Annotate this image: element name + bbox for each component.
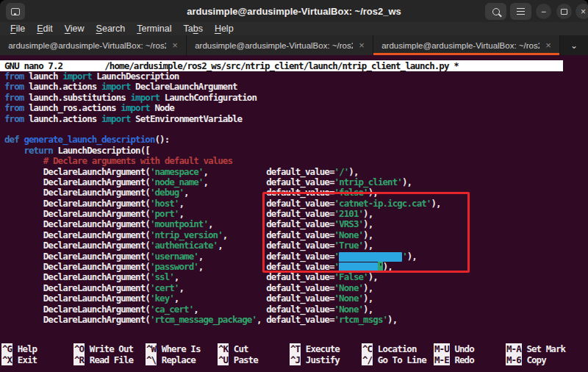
code-area[interactable]: from launch import LaunchDescriptionfrom… — [0, 71, 588, 344]
code-token: , default_value= — [218, 240, 334, 251]
code-token: launch.substitutions — [24, 92, 130, 103]
terminal-tab-1[interactable]: ardusimple@ardusimple-VirtualBox: ~/ros2… — [0, 35, 187, 55]
code-token: launch — [24, 71, 62, 82]
code-token: 'None' — [334, 282, 364, 293]
code-token: import — [62, 71, 92, 82]
code-token: , default_value= — [179, 282, 334, 293]
code-line: DeclareLaunchArgument('debug', default_v… — [4, 187, 588, 198]
shortcut-key: ^O — [74, 343, 85, 354]
code-line: DeclareLaunchArgument('host', default_va… — [4, 198, 588, 209]
code-token: ' — [334, 251, 340, 262]
menu-item-help[interactable]: Help — [209, 24, 240, 34]
code-token: return — [24, 145, 53, 156]
shortcut-key: M-A — [506, 343, 522, 354]
close-button[interactable]: × — [576, 4, 588, 19]
code-token: ' — [402, 251, 407, 262]
shortcut-read-file: ^R Read File — [74, 355, 146, 366]
code-token: , default_value= — [223, 229, 334, 240]
code-token: ), — [363, 208, 373, 219]
shortcut-key: ^C — [362, 343, 373, 354]
code-token: '/' — [334, 166, 349, 177]
menu-item-search[interactable]: Search — [90, 24, 132, 34]
code-token: , default_value= — [203, 176, 334, 187]
terminal-content[interactable]: GNU nano 7.2 /home/ardusimple/ros2_ws/sr… — [0, 55, 588, 372]
tab-bar: ardusimple@ardusimple-VirtualBox: ~/ros2… — [0, 35, 588, 55]
shortcut-key: ^J — [290, 354, 301, 365]
search-icon — [492, 8, 500, 15]
terminal-window: ardusimple@ardusimple-VirtualBox: ~/ros2… — [0, 0, 588, 372]
menu-item-file[interactable]: File — [4, 24, 31, 34]
tab-close-icon[interactable]: × — [545, 40, 551, 51]
menu-item-terminal[interactable]: Terminal — [131, 24, 177, 34]
menu-item-tabs[interactable]: Tabs — [177, 24, 208, 34]
code-token — [4, 155, 43, 166]
minimize-icon: − — [541, 7, 546, 16]
shortcut-location: ^C Location — [362, 344, 434, 355]
tab-close-icon[interactable]: × — [172, 40, 178, 51]
tab-label: ardusimple@ardusimple-VirtualBox: ~/ros2… — [195, 41, 353, 50]
code-line: DeclareLaunchArgument('key', default_val… — [4, 293, 588, 304]
title-bar: ardusimple@ardusimple-VirtualBox: ~/ros2… — [0, 0, 588, 22]
shortcut-set-mark: M-A Set Mark — [506, 344, 578, 355]
code-token: from — [4, 102, 24, 113]
menu-item-view[interactable]: View — [59, 24, 90, 34]
code-token: launch.actions — [24, 113, 101, 124]
tab-close-icon[interactable]: × — [359, 40, 365, 51]
code-token: ), — [368, 187, 378, 198]
hamburger-icon — [517, 8, 525, 15]
shortcut-key: ^K — [218, 343, 229, 354]
code-token: LaunchConfiguration — [159, 92, 257, 103]
code-token: , default_value= — [174, 271, 334, 282]
code-token: 'authenticate' — [150, 240, 218, 251]
code-token: generate_launch_description — [24, 134, 154, 145]
code-token: DeclareLaunchArgument( — [4, 208, 150, 219]
code-token: 'ssl' — [150, 271, 174, 282]
code-token: DeclareLaunchArgument( — [4, 304, 150, 315]
code-token: '2101' — [334, 208, 364, 219]
code-line: DeclareLaunchArgument('mountpoint', defa… — [4, 219, 588, 229]
code-token: ), — [383, 261, 392, 272]
code-token: ), — [348, 166, 358, 177]
code-token: from — [4, 92, 24, 103]
code-line: def generate_launch_description(): — [4, 135, 588, 145]
shortcut-key: ^T — [290, 343, 301, 354]
close-icon: × — [581, 7, 586, 16]
shortcut-paste: ^U Paste — [218, 355, 290, 366]
code-token: LaunchDescription([ — [53, 145, 150, 156]
search-button[interactable] — [485, 3, 506, 20]
restore-button[interactable] — [556, 4, 572, 19]
code-token: ), — [431, 198, 440, 209]
shortcut-redo: M-E Redo — [434, 355, 506, 366]
code-token: 'node_name' — [150, 176, 204, 187]
minimize-button[interactable]: − — [536, 4, 551, 19]
code-token: 'debug' — [150, 187, 184, 198]
code-token: 'namespace' — [150, 166, 204, 177]
shortcut-key: ^X — [1, 354, 12, 365]
code-token: # Declare arguments with default values — [43, 155, 232, 166]
shortcut-row: ^G Help^O Write Out^W Where Is^K Cut^T E… — [1, 344, 588, 355]
code-token: ), — [363, 304, 373, 315]
code-token: 'password' — [150, 261, 198, 272]
code-token: 'None' — [334, 229, 364, 240]
shortcut-key: ^R — [74, 354, 85, 365]
code-token: 'mountpoint' — [150, 218, 208, 229]
tab-overflow-button[interactable]: ⌄ — [560, 35, 588, 55]
chevron-down-icon: ⌄ — [570, 40, 578, 51]
terminal-tab-2[interactable]: ardusimple@ardusimple-VirtualBox: ~/ros2… — [187, 35, 373, 55]
code-line: DeclareLaunchArgument('ca_cert', default… — [4, 304, 588, 315]
code-line: from launch.substitutions import LaunchC… — [4, 93, 588, 103]
terminal-tab-3[interactable]: ardusimple@ardusimple-VirtualBox: ~/ros2… — [373, 35, 560, 55]
code-token: , default_value= — [174, 293, 334, 304]
menu-button[interactable] — [510, 3, 531, 20]
code-token: import — [101, 113, 131, 124]
shortcut-key: M-U — [434, 343, 450, 354]
text-cursor: ' — [378, 262, 383, 272]
code-line: from launch_ros.actions import Node — [4, 103, 588, 113]
code-line: from launch.actions import SetEnvironmen… — [4, 114, 588, 124]
code-token: launch.actions — [24, 81, 101, 92]
shortcut-where-is: ^W Where Is — [146, 344, 218, 355]
shortcut-key: M-E — [434, 354, 450, 365]
code-line: DeclareLaunchArgument('port', default_va… — [4, 209, 588, 219]
menu-item-edit[interactable]: Edit — [31, 24, 59, 34]
code-line: DeclareLaunchArgument('node_name', defau… — [4, 177, 588, 187]
